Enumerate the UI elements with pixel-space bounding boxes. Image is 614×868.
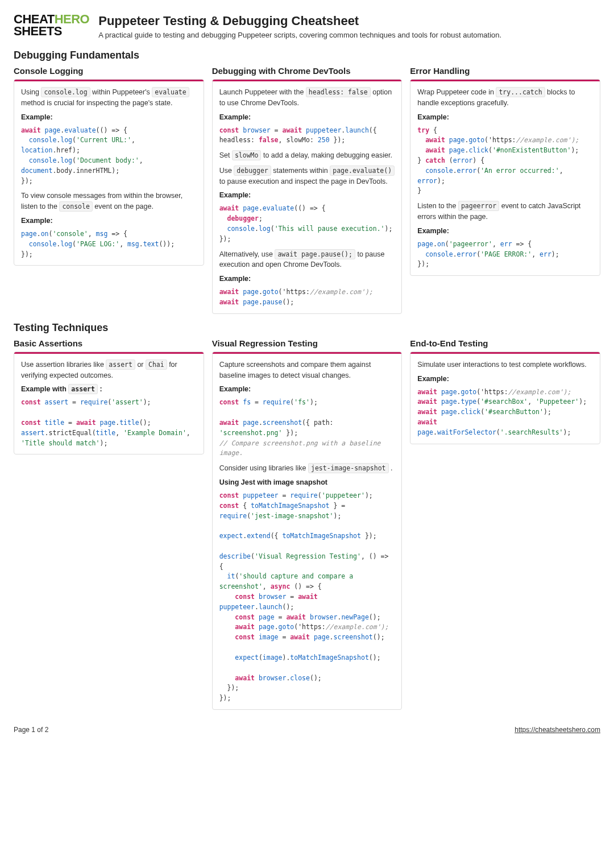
code-block: await page.evaluate(() => { console.log(…	[21, 126, 197, 187]
page-footer: Page 1 of 2 https://cheatsheetshero.com	[14, 726, 600, 734]
intro-text: Capture screenshots and compare them aga…	[219, 359, 395, 381]
card-title: Debugging with Chrome DevTools	[212, 66, 403, 76]
example-label: Example:	[219, 191, 395, 199]
inline-code: console	[59, 201, 92, 212]
card-title: End-to-End Testing	[410, 338, 600, 348]
code-block: page.on('console', msg => { console.log(…	[21, 229, 197, 259]
mid-text: Consider using libraries like jest-image…	[219, 463, 395, 474]
col-devtools: Debugging with Chrome DevTools Launch Pu…	[212, 66, 403, 314]
intro-text: Launch Puppeteer with the headless: fals…	[219, 87, 395, 109]
example-label: Example:	[219, 385, 395, 393]
example-label: Example:	[417, 227, 593, 235]
page-title: Puppeteer Testing & Debugging Cheatsheet	[98, 14, 501, 28]
col-basic-assertions: Basic Assertions Use assertion libraries…	[14, 338, 204, 455]
code-block: const browser = await puppeteer.launch({…	[219, 126, 395, 146]
col-console-logging: Console Logging Using console.log within…	[14, 66, 204, 266]
col-end-to-end: End-to-End Testing Simulate user interac…	[410, 338, 600, 444]
code-block: const puppeteer = require('puppeteer'); …	[219, 491, 395, 704]
page-indicator: Page 1 of 2	[14, 726, 48, 734]
example-label: Example:	[417, 113, 593, 121]
testing-columns: Basic Assertions Use assertion libraries…	[14, 338, 600, 710]
intro-text: Wrap Puppeteer code in try...catch block…	[417, 87, 593, 109]
code-block: try { await page.goto('https://example.c…	[417, 126, 593, 197]
col-visual-regression: Visual Regression Testing Capture screen…	[212, 338, 403, 710]
card: Simulate user interactions to test compl…	[410, 352, 600, 444]
code-block: await page.evaluate(() => { debugger; co…	[219, 204, 395, 244]
example-label: Example:	[21, 217, 197, 225]
card-title: Console Logging	[14, 66, 204, 76]
inline-code: await page.pause();	[275, 249, 355, 259]
mid-text: Listen to the pageerror event to catch J…	[417, 201, 593, 222]
inline-code: jest-image-snapshot	[308, 463, 389, 473]
code-block: await page.goto('https://example.com'); …	[219, 287, 395, 308]
card-title: Basic Assertions	[14, 338, 204, 348]
inline-code: Chai	[146, 359, 167, 370]
inline-code: assert	[68, 384, 98, 394]
code-block: const assert = require('assert'); const …	[21, 398, 197, 448]
footer-link[interactable]: https://cheatsheetshero.com	[515, 726, 600, 734]
card: Using console.log within Puppeteer's eva…	[14, 79, 204, 266]
inline-code: assert	[106, 359, 135, 370]
intro-text: Use assertion libraries like assert or C…	[21, 359, 197, 381]
inline-code: console.log	[41, 87, 90, 97]
debugging-columns: Console Logging Using console.log within…	[14, 66, 600, 314]
section-heading-debugging: Debugging Fundamentals	[14, 49, 600, 61]
card: Wrap Puppeteer code in try...catch block…	[410, 79, 600, 276]
card-title: Error Handling	[410, 66, 600, 76]
code-block: await page.goto('https://example.com'); …	[417, 387, 593, 438]
card-title: Visual Regression Testing	[212, 338, 403, 348]
inline-code: page.evaluate()	[330, 166, 395, 176]
inline-code: debugger	[234, 166, 271, 176]
example-label: Example:	[219, 275, 395, 283]
logo: CHEATHERO SHEETS	[14, 14, 89, 38]
inline-code: evaluate	[152, 87, 189, 97]
card: Use assertion libraries like assert or C…	[14, 352, 204, 455]
code-block: page.on('pageerror', err => { console.er…	[417, 239, 593, 270]
page-subtitle: A practical guide to testing and debuggi…	[98, 31, 501, 39]
intro-text: Using console.log within Puppeteer's eva…	[21, 87, 197, 109]
title-block: Puppeteer Testing & Debugging Cheatsheet…	[98, 14, 501, 39]
example-label: Example with assert :	[21, 385, 197, 393]
mid-text: Set slowMo to add a delay, making debugg…	[219, 150, 395, 161]
intro-text: Simulate user interactions to test compl…	[417, 359, 593, 370]
example-label: Example:	[417, 375, 593, 383]
col-error-handling: Error Handling Wrap Puppeteer code in tr…	[410, 66, 600, 276]
card: Launch Puppeteer with the headless: fals…	[212, 79, 403, 314]
example-label: Example:	[21, 113, 197, 121]
inline-code: pageerror	[458, 201, 499, 211]
mid-text: Alternatively, use await page.pause(); t…	[219, 249, 395, 271]
inline-code: slowMo	[232, 150, 262, 160]
logo-word-sheets: SHEETS	[14, 26, 89, 38]
page-header: CHEATHERO SHEETS Puppeteer Testing & Deb…	[14, 14, 600, 39]
example-label: Example:	[219, 113, 395, 121]
mid-text: To view console messages from within the…	[21, 191, 197, 212]
mid-text: Use debugger statements within page.eval…	[219, 166, 395, 187]
code-block: const fs = require('fs'); await page.scr…	[219, 398, 395, 458]
sub-label: Using Jest with image snapshot	[219, 478, 395, 486]
card: Capture screenshots and compare them aga…	[212, 352, 403, 710]
section-heading-testing: Testing Techniques	[14, 322, 600, 334]
inline-code: try...catch	[496, 87, 545, 97]
inline-code: headless: false	[306, 87, 371, 97]
